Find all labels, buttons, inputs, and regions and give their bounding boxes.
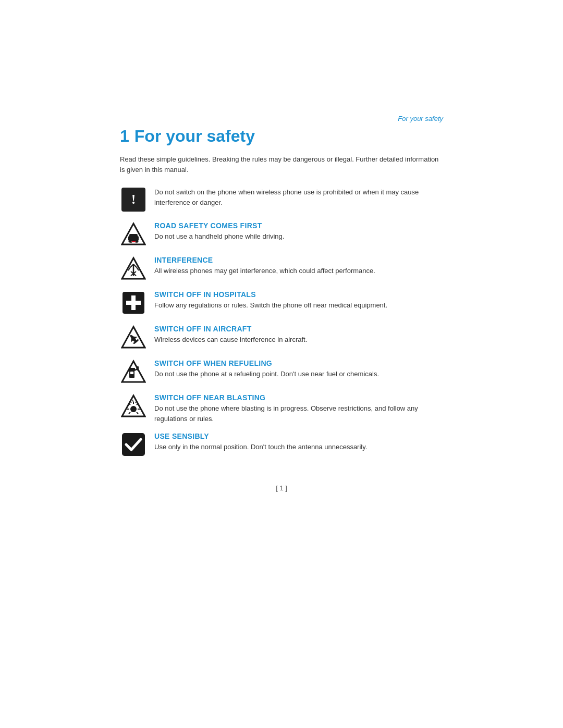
safety-item-refueling: SWITCH OFF WHEN REFUELING Do not use the… (120, 358, 443, 385)
use-sensibly-content: USE SENSIBLY Use only in the normal posi… (154, 431, 443, 452)
blasting-heading: SWITCH OFF NEAR BLASTING (154, 393, 443, 402)
page: For your safety 1 For your safety Read t… (0, 0, 563, 728)
page-number: [ 1 ] (120, 484, 443, 523)
square-check-icon-graphic (121, 432, 146, 457)
triangle-blast-icon-graphic (121, 393, 146, 418)
safety-item-aircraft: SWITCH OFF IN AIRCRAFT Wireless devices … (120, 324, 443, 351)
refueling-heading: SWITCH OFF WHEN REFUELING (154, 359, 443, 367)
safety-item-interference: INTERFERENCE All wireless phones may get… (120, 255, 443, 282)
hospitals-heading: SWITCH OFF IN HOSPITALS (154, 290, 443, 299)
hospitals-text: Follow any regulations or rules. Switch … (154, 300, 443, 311)
refueling-content: SWITCH OFF WHEN REFUELING Do not use the… (154, 358, 443, 379)
chapter-label: For your safety (120, 115, 443, 122)
safety-item-hospitals: SWITCH OFF IN HOSPITALS Follow any regul… (120, 289, 443, 316)
hospitals-content: SWITCH OFF IN HOSPITALS Follow any regul… (154, 289, 443, 311)
triangle-signal-icon-graphic (121, 256, 146, 281)
interference-content: INTERFERENCE All wireless phones may get… (154, 255, 443, 276)
svg-rect-27 (137, 366, 139, 371)
triangle-fuel-icon-graphic (121, 359, 146, 384)
safety-item-blasting: SWITCH OFF NEAR BLASTING Do not use the … (120, 392, 443, 424)
refueling-icon (120, 358, 147, 385)
blasting-content: SWITCH OFF NEAR BLASTING Do not use the … (154, 392, 443, 424)
aircraft-heading: SWITCH OFF IN AIRCRAFT (154, 325, 443, 333)
safety-item-road-safety: 🚗 ROAD SAFETY COMES FIRST Do not use a h… (120, 220, 443, 248)
svg-rect-28 (130, 372, 133, 374)
use-sensibly-heading: USE SENSIBLY (154, 432, 443, 440)
interference-icon (120, 255, 147, 282)
aircraft-content: SWITCH OFF IN AIRCRAFT Wireless devices … (154, 324, 443, 345)
blasting-icon (120, 392, 147, 419)
svg-point-30 (130, 406, 137, 412)
svg-rect-18 (126, 301, 141, 305)
intro-text: Read these simple guidelines. Breaking t… (120, 154, 443, 175)
use-sensibly-text: Use only in the normal position. Don't t… (154, 442, 443, 452)
square-cross-icon-graphic (121, 290, 146, 315)
road-safety-icon: 🚗 (120, 220, 147, 248)
safety-item-switch-on: ! Do not switch on the phone when wirele… (120, 186, 443, 213)
hospitals-icon (120, 289, 147, 316)
refueling-text: Do not use the phone at a refueling poin… (154, 369, 443, 379)
triangle-plane-icon-graphic (121, 325, 146, 350)
svg-rect-25 (129, 368, 135, 371)
svg-rect-3 (129, 234, 138, 238)
switch-on-content: Do not switch on the phone when wireless… (154, 186, 443, 207)
road-safety-content: ROAD SAFETY COMES FIRST Do not use a han… (154, 220, 443, 242)
content-area: For your safety 1 For your safety Read t… (120, 0, 443, 523)
blasting-text: Do not use the phone where blasting is i… (154, 403, 443, 424)
aircraft-icon (120, 324, 147, 351)
svg-line-40 (132, 400, 133, 402)
switch-on-text: Do not switch on the phone when wireless… (154, 187, 443, 207)
svg-point-5 (136, 240, 139, 243)
svg-point-4 (129, 240, 131, 243)
road-safety-heading: ROAD SAFETY COMES FIRST (154, 221, 443, 230)
exclamation-icon-graphic: ! (121, 188, 145, 212)
road-safety-text: Do not use a handheld phone while drivin… (154, 231, 443, 242)
square-exclaim-icon: ! (120, 186, 147, 213)
interference-heading: INTERFERENCE (154, 256, 443, 264)
aircraft-text: Wireless devices can cause interference … (154, 335, 443, 345)
svg-line-37 (137, 412, 138, 414)
interference-text: All wireless phones may get interference… (154, 266, 443, 276)
chapter-number: 1 (120, 127, 129, 146)
safety-item-use-sensibly: USE SENSIBLY Use only in the normal posi… (120, 431, 443, 458)
use-sensibly-icon (120, 431, 147, 458)
svg-line-36 (129, 412, 130, 414)
chapter-title-text: For your safety (134, 127, 255, 146)
chapter-title: 1 For your safety (120, 127, 443, 146)
triangle-car-icon-graphic: 🚗 (121, 221, 146, 246)
